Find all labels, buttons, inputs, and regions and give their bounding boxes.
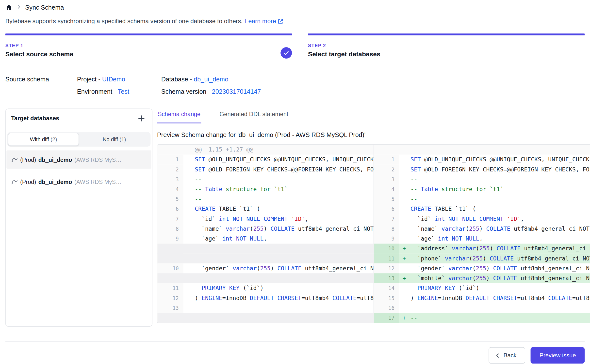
target-instance: (AWS RDS MyS… (74, 178, 121, 185)
diff-left-pane: @@ -1,15 +1,27 @@1SET @OLD_UNIQUE_CHECKS… (157, 145, 374, 323)
intro-line: Bytebase supports synchronizing a specif… (5, 18, 284, 25)
diff-line: 13 (157, 303, 374, 313)
diff-line: 12) ENGINE=InnoDB DEFAULT CHARSET=utf8mb… (157, 293, 374, 303)
diff-line: 15) ENGINE=InnoDB DEFAULT CHARSET=utf8mb… (374, 293, 590, 303)
diff-line: 8 `name` varchar(255) COLLATE utf8mb4_ge… (157, 224, 374, 234)
diff-line: 8 `name` varchar(255) COLLATE utf8mb4_ge… (374, 224, 590, 234)
diff-line: 4-- Table structure for `t1` (374, 184, 590, 194)
schema-diff-viewer: @@ -1,15 +1,27 @@1SET @OLD_UNIQUE_CHECKS… (157, 144, 590, 323)
diff-line: 4-- Table structure for `t1` (157, 184, 374, 194)
step-2-kicker: STEP 2 (308, 43, 585, 48)
step-1-completed-check-icon (280, 47, 292, 59)
diff-line: 7 `id` int NOT NULL COMMENT 'ID', (157, 214, 374, 224)
diff-filter-tabs: With diff (2) No diff (1) (7, 132, 150, 147)
home-icon[interactable] (5, 4, 12, 11)
target-env: (Prod) (20, 156, 36, 163)
database-link[interactable]: db_ui_demo (194, 76, 229, 82)
chevron-left-icon (495, 353, 500, 358)
step-1-progress-bar (5, 33, 292, 35)
page-title: Sync Schema (25, 4, 64, 11)
diff-line (374, 145, 590, 154)
project-link[interactable]: UIDemo (102, 76, 125, 82)
no-diff-label: No diff (103, 136, 118, 142)
tab-schema-change[interactable]: Schema change (157, 108, 201, 123)
diff-line: 1SET @OLD_UNIQUE_CHECKS=@@UNIQUE_CHECKS,… (157, 154, 374, 164)
no-diff-tab[interactable]: No diff (1) (79, 133, 150, 146)
add-target-database-button[interactable] (136, 113, 147, 124)
diff-line: @@ -1,15 +1,27 @@ (157, 145, 374, 154)
schema-version-label: Schema version - (161, 88, 210, 95)
external-link-icon (278, 18, 284, 24)
no-diff-count: (1) (119, 136, 126, 142)
diff-line: 10 `gender` varchar(255) COLLATE utf8mb4… (157, 263, 374, 273)
with-diff-tab[interactable]: With diff (2) (8, 133, 79, 146)
environment-link[interactable]: Test (118, 88, 129, 95)
learn-more-link[interactable]: Learn more (245, 18, 284, 25)
source-schema-label: Source schema (5, 76, 77, 83)
diff-line: 10+ `address` varchar(255) COLLATE utf8m… (374, 244, 590, 254)
source-schema-summary: Source schema Project - UIDemo Database … (5, 73, 261, 97)
tab-generated-ddl-statement[interactable]: Generated DDL statement (219, 108, 289, 123)
steps: STEP 1 Select source schema STEP 2 Selec… (5, 33, 585, 58)
intro-text: Bytebase supports synchronizing a specif… (5, 18, 243, 25)
diff-line: 3-- (374, 174, 590, 184)
preview-tabs: Schema change Generated DDL statement (157, 108, 590, 123)
step-2-progress-bar (308, 33, 585, 35)
preview-title: Preview Schema change for 'db_ui_demo (P… (157, 131, 590, 138)
schema-preview-section: Schema change Generated DDL statement Pr… (157, 108, 590, 327)
sync-schema-page: Sync Schema Bytebase supports synchroniz… (0, 0, 590, 364)
diff-line: 17+-- (374, 313, 590, 323)
target-databases-title: Target databases (11, 115, 59, 122)
footer-divider (5, 341, 585, 342)
diff-line: 5-- (374, 194, 590, 204)
plus-icon (138, 115, 145, 122)
step-1-title: Select source schema (5, 51, 292, 58)
target-env: (Prod) (20, 178, 36, 185)
with-diff-label: With diff (30, 136, 49, 142)
target-database-list: (Prod) db_ui_demo (AWS RDS MyS… (Prod) d… (6, 150, 152, 195)
diff-line: 6CREATE TABLE `t1` ( (157, 204, 374, 214)
target-databases-header: Target databases (6, 109, 152, 128)
diff-line: 16 (374, 303, 590, 313)
diff-line: 14 PRIMARY KEY (`id`) (374, 283, 590, 293)
target-instance: (AWS RDS MyS… (74, 156, 121, 163)
mysql-engine-icon (11, 156, 18, 163)
breadcrumb: Sync Schema (5, 4, 64, 11)
diff-line: 5-- (157, 194, 374, 204)
target-db-name: db_ui_demo (38, 178, 72, 185)
diff-line (157, 244, 374, 254)
diff-line: 11+ `phone` varchar(255) COLLATE utf8mb4… (374, 254, 590, 263)
diff-line: 2SET @OLD_FOREIGN_KEY_CHECKS=@@FOREIGN_K… (374, 165, 590, 174)
database-label: Database - (161, 76, 192, 82)
main-content: Target databases With diff (2) No diff (… (5, 108, 590, 327)
diff-line: 2SET @OLD_FOREIGN_KEY_CHECKS=@@FOREIGN_K… (157, 165, 374, 174)
footer-actions: Back Preview issue (489, 347, 585, 364)
preview-issue-button[interactable]: Preview issue (531, 347, 585, 364)
with-diff-count: (2) (50, 136, 57, 142)
diff-line (157, 254, 374, 263)
diff-line: 9 `age` int NOT NULL, (374, 234, 590, 243)
diff-line: 9 `age` int NOT NULL, (157, 234, 374, 243)
diff-line: 6CREATE TABLE `t1` ( (374, 204, 590, 214)
mysql-engine-icon (11, 178, 18, 185)
project-label: Project - (77, 76, 100, 82)
step-2-title: Select target databases (308, 51, 585, 58)
target-db-name: db_ui_demo (38, 156, 72, 163)
environment-label: Environment - (77, 88, 116, 95)
target-database-item[interactable]: (Prod) db_ui_demo (AWS RDS MyS… (6, 150, 151, 168)
back-label: Back (504, 352, 517, 359)
step-1-kicker: STEP 1 (5, 43, 292, 48)
diff-line: 11 PRIMARY KEY (`id`) (157, 283, 374, 293)
diff-line: 13+ `mobile` varchar(255) COLLATE utf8mb… (374, 273, 590, 283)
target-databases-panel: Target databases With diff (2) No diff (… (5, 108, 152, 327)
diff-line (157, 273, 374, 283)
diff-line: 12 `gender` varchar(255) COLLATE utf8mb4… (374, 263, 590, 273)
target-database-item[interactable]: (Prod) db_ui_demo (AWS RDS MyS… (6, 172, 151, 191)
learn-more-label: Learn more (245, 18, 276, 25)
schema-version-link[interactable]: 20230317014147 (212, 88, 261, 95)
step-1: STEP 1 Select source schema (5, 33, 292, 58)
back-button[interactable]: Back (489, 347, 525, 364)
diff-line: 3-- (157, 174, 374, 184)
breadcrumb-chevron-icon (16, 4, 21, 11)
diff-line: 1SET @OLD_UNIQUE_CHECKS=@@UNIQUE_CHECKS,… (374, 154, 590, 164)
